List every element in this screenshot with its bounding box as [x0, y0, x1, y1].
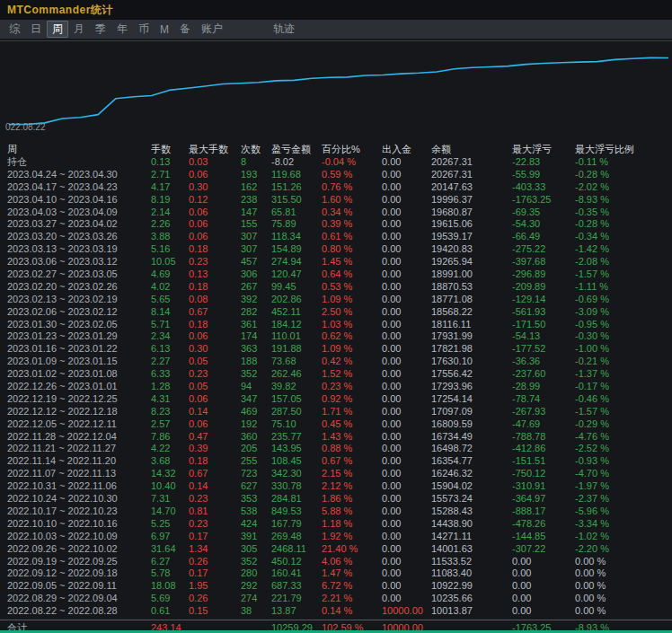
table-row[interactable]: 2022.11.21 ~ 2022.11.274.220.39205143.95… — [0, 443, 672, 455]
cell-pnl-pct: 0.76 % — [322, 181, 382, 194]
cell-max-float-loss-pct: -2.08 % — [575, 256, 672, 268]
table-row[interactable]: 2022.12.05 ~ 2022.12.112.570.0619275.100… — [0, 418, 672, 431]
cell-count: 38 — [241, 605, 271, 618]
cell-balance: 17254.14 — [431, 393, 512, 406]
cell-max-lots: 0.03 — [189, 156, 241, 169]
table-row[interactable]: 2022.10.03 ~ 2022.10.096.970.17391269.48… — [0, 531, 672, 543]
table-row[interactable]: 2022.11.14 ~ 2022.11.203.680.18255108.45… — [0, 455, 672, 468]
cell-pnl: 110.01 — [271, 330, 322, 343]
cell-balance: 17556.42 — [431, 368, 512, 381]
table-row[interactable]: 2023.04.10 ~ 2023.04.168.190.12238315.50… — [0, 194, 672, 207]
cell-period: 2023.01.30 ~ 2023.02.05 — [7, 319, 151, 331]
table-row[interactable]: 2023.02.20 ~ 2023.02.264.020.1826799.450… — [0, 281, 672, 294]
table-row[interactable]: 2023.03.27 ~ 2023.04.022.260.0615575.890… — [0, 218, 672, 231]
table-row[interactable]: 2023.03.13 ~ 2023.03.195.160.18307154.89… — [0, 243, 672, 256]
cell-lots: 6.27 — [151, 556, 189, 568]
table-row[interactable]: 2022.11.28 ~ 2022.12.047.860.47360235.77… — [0, 431, 672, 444]
table-row[interactable]: 2022.08.22 ~ 2022.08.280.610.153813.870.… — [0, 605, 672, 618]
cell-max-float-loss: -54.13 — [512, 330, 575, 343]
cell-balance: 17097.09 — [431, 406, 512, 418]
cell-max-float-loss: -22.83 — [512, 156, 575, 169]
table-row[interactable]: 2023.04.24 ~ 2023.04.302.710.06193119.68… — [0, 169, 672, 181]
cell-max-float-loss-pct: -0.35 % — [575, 207, 672, 219]
table-row[interactable]: 2023.01.02 ~ 2023.01.086.330.23352262.46… — [0, 368, 672, 381]
cell-lots: 6.13 — [151, 343, 189, 356]
table-row[interactable]: 2023.02.13 ~ 2023.02.195.650.08392202.86… — [0, 294, 672, 306]
cell-pnl: 108.45 — [271, 455, 322, 468]
cell-lots: 5.69 — [151, 593, 189, 605]
cell-max-float-loss-pct: -0.11 % — [575, 156, 672, 169]
cell-max-float-loss-pct: -1.57 % — [575, 268, 672, 281]
cell-pnl: 119.68 — [271, 169, 322, 181]
table-header-row: 周手数最大手数次数盈亏金额百分比%出入金余额最大浮亏最大浮亏比例 — [0, 143, 672, 156]
cell-count: 147 — [241, 207, 271, 219]
title-bar: MTCommander统计 — [0, 0, 672, 20]
cell-period: 2023.01.23 ~ 2023.01.29 — [7, 330, 151, 343]
table-row[interactable]: 2023.02.06 ~ 2023.02.128.140.67282452.11… — [0, 306, 672, 319]
cell-max-float-loss: -54.30 — [512, 218, 575, 231]
cell-count: 238 — [241, 194, 271, 207]
table-row[interactable]: 2022.11.07 ~ 2022.11.1314.320.67723342.3… — [0, 468, 672, 480]
cell-cash-flow: 0.00 — [382, 294, 431, 306]
menu-tab-7[interactable]: M — [155, 22, 174, 37]
cell-max-float-loss-pct: -0.93 % — [575, 455, 672, 468]
cell-lots: 8.23 — [151, 406, 189, 418]
table-row[interactable]: 2023.01.23 ~ 2023.01.292.340.06174110.01… — [0, 330, 672, 343]
table-row[interactable]: 2022.10.24 ~ 2022.10.307.310.23353284.81… — [0, 493, 672, 506]
table-row[interactable]: 2023.01.09 ~ 2023.01.152.270.0518873.680… — [0, 356, 672, 368]
table-row[interactable]: 2022.09.19 ~ 2022.09.256.270.26352450.12… — [0, 556, 672, 568]
cell-period: 2023.04.24 ~ 2023.04.30 — [7, 169, 151, 181]
cell-pnl: 330.78 — [271, 480, 322, 493]
cell-cash-flow: 0.00 — [382, 468, 431, 480]
menu-tab-6[interactable]: 币 — [133, 21, 155, 38]
cell-balance: 20267.31 — [431, 156, 512, 169]
cell-pnl: 262.46 — [271, 368, 322, 381]
table-row[interactable]: 2023.03.06 ~ 2023.03.1210.050.23457274.9… — [0, 256, 672, 268]
table-row[interactable]: 2023.01.30 ~ 2023.02.055.710.18361184.12… — [0, 319, 672, 331]
table-row[interactable]: 2023.04.17 ~ 2023.04.234.170.30162151.26… — [0, 181, 672, 194]
menu-tab-4[interactable]: 季 — [90, 21, 111, 38]
cell-pnl-pct: 1.03 % — [322, 319, 382, 331]
menu-tab-secondary-0[interactable]: 轨迹 — [268, 21, 300, 38]
cell-balance: 16246.32 — [431, 468, 512, 480]
table-row[interactable]: 2022.12.26 ~ 2023.01.011.280.059439.820.… — [0, 381, 672, 393]
cell-balance: 17293.96 — [431, 381, 512, 393]
table-row[interactable]: 2022.12.12 ~ 2022.12.188.230.14469287.50… — [0, 406, 672, 418]
table-row[interactable]: 2022.09.05 ~ 2022.09.1118.081.95292687.3… — [0, 580, 672, 593]
cell-count: 391 — [241, 531, 271, 543]
cell-period: 2022.10.24 ~ 2022.10.30 — [7, 493, 151, 506]
table-row[interactable]: 持仓0.130.038-8.02-0.04 %0.0020267.31-22.8… — [0, 156, 672, 169]
cell-balance: 19539.17 — [431, 231, 512, 243]
table-row[interactable]: 2023.01.16 ~ 2023.01.226.130.30363191.88… — [0, 343, 672, 356]
cell-max-float-loss-pct: -0.17 % — [575, 381, 672, 393]
table-row[interactable]: 2023.02.27 ~ 2023.03.054.690.13306120.47… — [0, 268, 672, 281]
menu-tab-1[interactable]: 日 — [25, 21, 47, 38]
cell-pnl-pct: 1.52 % — [322, 368, 382, 381]
cell-cash-flow: 0.00 — [382, 443, 431, 455]
cell-pnl: 120.47 — [271, 268, 322, 281]
cell-cash-flow: 0.00 — [382, 356, 431, 368]
cell-balance: 18870.53 — [431, 281, 512, 294]
cell-period: 2023.03.06 ~ 2023.03.12 — [7, 256, 151, 268]
menu-tab-0[interactable]: 综 — [4, 21, 25, 38]
menu-tab-2[interactable]: 周 — [47, 21, 68, 38]
table-row[interactable]: 2023.04.03 ~ 2023.04.092.140.0614765.810… — [0, 207, 672, 219]
menu-tab-3[interactable]: 月 — [68, 21, 90, 38]
cell-max-float-loss-pct: -0.28 % — [575, 169, 672, 181]
cell-max-float-loss-pct: -0.95 % — [575, 319, 672, 331]
header-period: 周 — [7, 143, 151, 156]
table-row[interactable]: 2022.10.17 ~ 2022.10.2314.700.81538849.5… — [0, 506, 672, 518]
menu-tab-8[interactable]: 备 — [174, 21, 196, 38]
table-row[interactable]: 2022.10.10 ~ 2022.10.165.250.23424167.79… — [0, 518, 672, 531]
table-row[interactable]: 2022.09.26 ~ 2022.10.0231.641.343052468.… — [0, 543, 672, 556]
menu-tab-5[interactable]: 年 — [111, 21, 133, 38]
cell-max-float-loss: -171.50 — [512, 319, 575, 331]
cell-max-float-loss-pct: 0.00 % — [575, 593, 672, 605]
cell-lots: 5.25 — [151, 518, 189, 531]
table-row[interactable]: 2022.09.12 ~ 2022.09.185.780.17280160.41… — [0, 567, 672, 580]
menu-tab-9[interactable]: 账户 — [196, 21, 228, 38]
table-row[interactable]: 2022.08.29 ~ 2022.09.045.690.26274221.79… — [0, 593, 672, 605]
table-row[interactable]: 2022.10.31 ~ 2022.11.0610.400.14627330.7… — [0, 480, 672, 493]
table-row[interactable]: 2022.12.19 ~ 2022.12.254.310.06347157.05… — [0, 393, 672, 406]
table-row[interactable]: 2023.03.20 ~ 2023.03.263.880.06307118.34… — [0, 231, 672, 243]
